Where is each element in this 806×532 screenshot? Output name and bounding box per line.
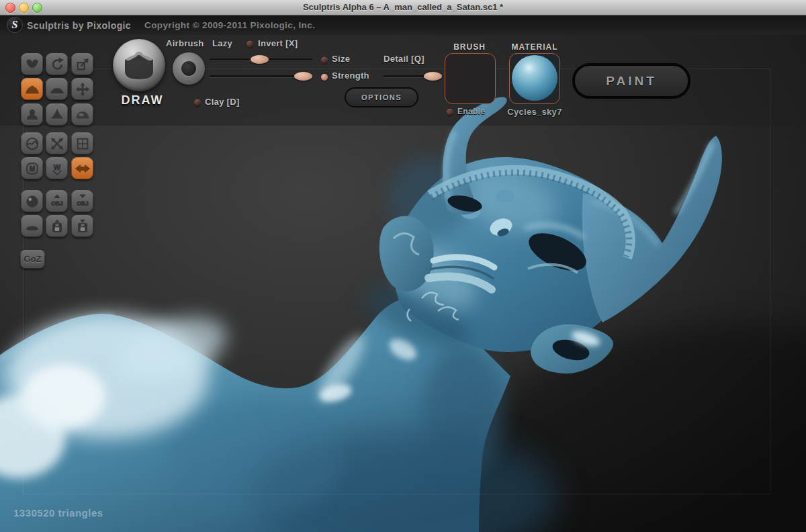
tool-crease-button[interactable] [21, 53, 43, 75]
save-file-button[interactable] [71, 215, 93, 237]
material-name: Cycles_sky7 [499, 107, 570, 117]
new-plane-button[interactable] [21, 215, 43, 237]
new-sphere-button[interactable] [21, 190, 43, 212]
tool-grab-button[interactable] [71, 78, 93, 100]
flatten-icon [50, 82, 64, 97]
lazy-label: Lazy [212, 38, 232, 48]
draw-brush-profile-icon [120, 46, 159, 85]
toggle-subdivide-button[interactable]: W [46, 157, 68, 179]
subdivide-w-icon: W [50, 161, 64, 176]
options-button[interactable]: OPTIONS [345, 87, 418, 107]
size-label: Size [332, 54, 350, 64]
copyright-text: Copyright © 2009-2011 Pixologic, Inc. [144, 20, 315, 30]
titlebar: Sculptris Alpha 6 – A_man_called_a_Satan… [0, 0, 806, 15]
scale-icon [75, 57, 90, 72]
detail-slider-knob[interactable] [424, 72, 442, 81]
material-sphere-preview [512, 55, 557, 101]
brush-section-label: BRUSH [445, 42, 494, 52]
enable-radio[interactable] [447, 109, 453, 116]
tool-rotate-button[interactable] [46, 53, 68, 75]
clay-label: Clay [D] [205, 97, 240, 107]
size-slider-knob[interactable] [251, 55, 269, 64]
inflate-bust-icon [25, 107, 40, 122]
toggle-wireframe-button[interactable] [71, 132, 93, 154]
svg-text:OBJ: OBJ [77, 200, 89, 207]
svg-text:M: M [29, 165, 34, 173]
symmetry-arrow-icon [75, 161, 91, 177]
invert-label: Invert [X] [258, 38, 298, 48]
disk-save-icon [75, 219, 90, 234]
app-header: S Sculptris by Pixologic Copyright © 200… [0, 15, 806, 35]
tool-pinch-button[interactable] [46, 103, 68, 126]
brand-text: Sculptris by Pixologic [27, 20, 131, 31]
toggle-reduce-button[interactable] [46, 132, 68, 154]
import-obj-button[interactable]: OBJ [46, 190, 68, 212]
toggle-mask-button[interactable]: M [21, 157, 43, 179]
tool-flatten-button[interactable] [46, 78, 68, 100]
brush-preview-button[interactable] [113, 39, 165, 91]
pinch-icon [50, 107, 64, 122]
tool-smooth-button[interactable] [71, 103, 93, 126]
clay-radio[interactable] [194, 99, 201, 106]
sculptris-window: 1330520 triangles Sculptris Alpha 6 – A_… [0, 0, 806, 532]
grab-move-icon [75, 82, 90, 97]
plane-icon [25, 219, 40, 234]
open-file-button[interactable] [46, 215, 68, 237]
grid-icon [75, 136, 90, 151]
sculptris-logo-icon: S [7, 17, 23, 33]
draw-icon [25, 82, 40, 97]
obj-import-icon: OBJ [48, 193, 66, 210]
crease-icon [25, 57, 40, 72]
wave-circle-icon [25, 136, 40, 151]
goz-label: GoZ [24, 254, 42, 264]
detail-label: Detail [Q] [384, 54, 424, 64]
mask-m-icon: M [25, 161, 40, 176]
strength-label: Strength [332, 71, 369, 81]
airbrush-label: Airbrush [166, 38, 204, 48]
tool-scale-button[interactable] [71, 53, 93, 75]
invert-radio[interactable] [247, 41, 253, 48]
rotate-icon [50, 57, 64, 72]
x-arrows-icon [50, 136, 64, 151]
export-obj-button[interactable]: OBJ [71, 190, 93, 212]
goz-button[interactable]: GoZ [20, 250, 45, 269]
toggle-wave-button[interactable] [21, 132, 43, 154]
disk-open-icon [50, 219, 64, 234]
toggle-symmetry-button[interactable] [71, 157, 93, 179]
enable-label: Enable [457, 107, 485, 116]
tool-inflate-button[interactable] [21, 103, 43, 126]
size-radio[interactable] [321, 57, 328, 64]
strength-slider-knob[interactable] [294, 72, 312, 81]
brush-texture-slot[interactable] [445, 53, 496, 104]
smooth-icon [75, 107, 90, 122]
strength-radio[interactable] [321, 74, 328, 81]
tool-draw-button[interactable] [21, 78, 43, 100]
airbrush-button[interactable] [173, 52, 205, 85]
active-tool-name: DRAW [111, 93, 173, 107]
paint-mode-button[interactable]: PAINT [572, 63, 690, 99]
obj-export-icon: OBJ [74, 193, 91, 210]
triangle-count: 1330520 triangles [13, 507, 103, 519]
window-title: Sculptris Alpha 6 – A_man_called_a_Satan… [0, 2, 806, 12]
material-section-label: MATERIAL [509, 42, 560, 52]
viewport-frame-outline [23, 69, 770, 494]
sphere-icon [25, 194, 40, 209]
material-swatch[interactable] [509, 53, 560, 104]
svg-text:OBJ: OBJ [51, 200, 63, 207]
svg-text:W: W [53, 163, 60, 171]
strength-slider-track[interactable] [210, 75, 306, 77]
